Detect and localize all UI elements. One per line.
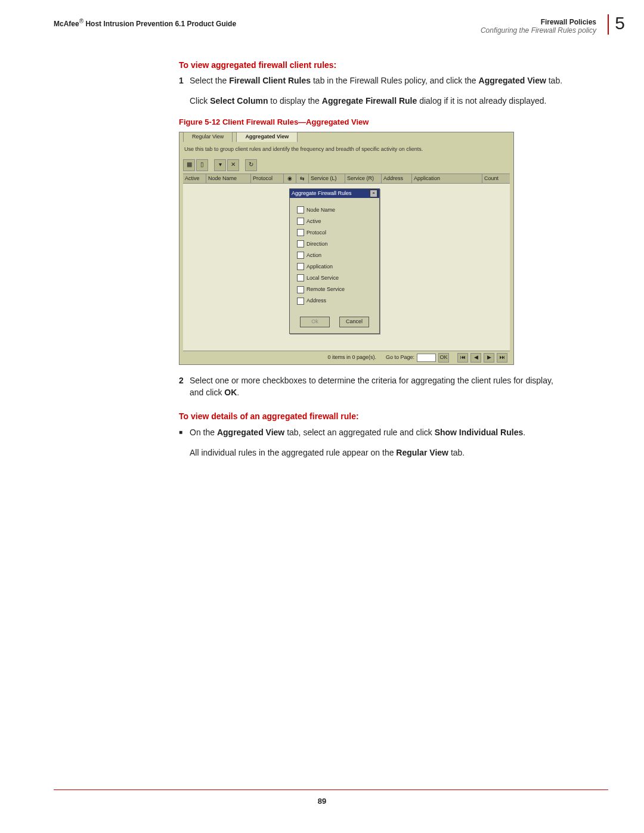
bullet-icon: ■: [179, 426, 190, 459]
checkbox-icon[interactable]: [297, 298, 304, 305]
section-heading-view-aggregated: To view aggregated firewall client rules…: [179, 59, 566, 71]
step-1-para-1: Select the Firewall Client Rules tab in …: [190, 75, 566, 86]
nav-next-icon[interactable]: ▶: [484, 353, 494, 363]
dialog-options: Node Name Active Protocol Direction Acti…: [290, 198, 379, 313]
bullet-1: ■ On the Aggregated View tab, select an …: [179, 426, 566, 459]
cancel-button[interactable]: Cancel: [339, 317, 369, 327]
nav-first-icon[interactable]: ⏮: [457, 353, 468, 363]
column-application[interactable]: Application: [412, 174, 482, 183]
option-active[interactable]: Active: [297, 218, 374, 225]
column-protocol[interactable]: Protocol: [251, 174, 284, 183]
goto-page-input[interactable]: [417, 354, 436, 362]
step-1: 1 Select the Firewall Client Rules tab i…: [179, 75, 566, 107]
grid-body: Aggregate Firewall Rules × Node Name Act…: [183, 184, 510, 351]
column-service-l[interactable]: Service (L): [309, 174, 345, 183]
checkbox-icon[interactable]: [297, 252, 304, 259]
checkbox-icon[interactable]: [297, 206, 304, 213]
option-remote-service[interactable]: Remote Service: [297, 286, 374, 293]
content-column: To view aggregated firewall client rules…: [179, 59, 566, 459]
goto-page-label: Go to Page:: [386, 354, 414, 361]
header-left: McAfee® Host Intrusion Prevention 6.1 Pr…: [54, 18, 236, 28]
shot-footer: 0 items in 0 page(s). Go to Page: OK ⏮ ◀…: [183, 351, 510, 364]
product-name: Host Intrusion Prevention 6.1 Product Gu…: [85, 20, 236, 28]
nav-prev-icon[interactable]: ◀: [470, 353, 481, 363]
step-2-number: 2: [179, 374, 190, 399]
nav-last-icon[interactable]: ⏭: [497, 353, 507, 363]
goto-page-ok-button[interactable]: OK: [438, 353, 449, 363]
step-1-para-2: Click Select Column to display the Aggre…: [190, 95, 566, 107]
step-1-number: 1: [179, 75, 190, 107]
reg-mark: ®: [79, 18, 83, 24]
checkbox-icon[interactable]: [297, 240, 304, 247]
step-2: 2 Select one or more checkboxes to deter…: [179, 374, 566, 399]
header-right: Firewall Policies Configuring the Firewa…: [481, 18, 608, 35]
tab-aggregated-view[interactable]: Aggregated View: [236, 132, 298, 142]
option-direction[interactable]: Direction: [297, 240, 374, 248]
footer-rule: [54, 789, 608, 790]
step-1-body: Select the Firewall Client Rules tab in …: [190, 75, 566, 107]
toolbar-columns-icon[interactable]: ▦: [183, 159, 195, 171]
toolbar-doc-icon[interactable]: ▯: [196, 159, 208, 171]
toolbar-filter-icon[interactable]: ▾: [214, 159, 226, 171]
column-direction-icon[interactable]: ◉: [284, 174, 296, 183]
column-address[interactable]: Address: [382, 174, 412, 183]
screenshot-aggregated-view: Regular View Aggregated View Use this ta…: [179, 132, 514, 365]
column-action-icon[interactable]: ⇆: [296, 174, 309, 183]
ok-button[interactable]: Ok: [300, 317, 330, 327]
close-icon[interactable]: ×: [370, 190, 377, 197]
shot-inner: Use this tab to group client rules and i…: [179, 142, 513, 364]
dialog-title: Aggregate Firewall Rules: [292, 190, 352, 197]
tab-bar: Regular View Aggregated View: [179, 132, 513, 142]
page-number: 89: [0, 797, 644, 806]
dialog-aggregate-firewall-rules: Aggregate Firewall Rules × Node Name Act…: [289, 188, 380, 334]
checkbox-icon[interactable]: [297, 274, 304, 281]
bullet-1-body: On the Aggregated View tab, select an ag…: [190, 426, 566, 459]
page-header: McAfee® Host Intrusion Prevention 6.1 Pr…: [54, 18, 608, 38]
subsection-title: Configuring the Firewall Rules policy: [481, 26, 596, 35]
toolbar-refresh-icon[interactable]: ↻: [245, 159, 257, 171]
column-node-name[interactable]: Node Name: [206, 174, 251, 183]
option-node-name[interactable]: Node Name: [297, 206, 374, 214]
tab-regular-view[interactable]: Regular View: [183, 132, 233, 142]
dialog-title-bar: Aggregate Firewall Rules ×: [290, 189, 379, 198]
checkbox-icon[interactable]: [297, 263, 304, 270]
step-2-body: Select one or more checkboxes to determi…: [190, 374, 566, 399]
figure-caption: Figure 5-12 Client Firewall Rules—Aggreg…: [179, 117, 566, 128]
status-text: 0 items in 0 page(s).: [327, 354, 376, 361]
chapter-number: 5: [608, 14, 625, 35]
checkbox-icon[interactable]: [297, 229, 304, 236]
option-local-service[interactable]: Local Service: [297, 274, 374, 282]
column-service-r[interactable]: Service (R): [345, 174, 382, 183]
checkbox-icon[interactable]: [297, 218, 304, 225]
grid-header: Active Node Name Protocol ◉ ⇆ Service (L…: [183, 174, 510, 184]
toolbar-clear-filter-icon[interactable]: ✕: [227, 159, 239, 171]
document-page: McAfee® Host Intrusion Prevention 6.1 Pr…: [0, 0, 644, 833]
column-count[interactable]: Count: [482, 174, 510, 183]
checkbox-icon[interactable]: [297, 286, 304, 293]
shot-toolbar: ▦ ▯ ▾ ✕ ↻: [183, 158, 510, 174]
option-address[interactable]: Address: [297, 297, 374, 305]
option-action[interactable]: Action: [297, 252, 374, 259]
brand-name: McAfee: [54, 20, 79, 28]
dialog-buttons: Ok Cancel: [290, 313, 379, 333]
section-heading-view-details: To view details of an aggregated firewal…: [179, 410, 566, 422]
shot-hint: Use this tab to group client rules and i…: [183, 144, 510, 158]
column-active[interactable]: Active: [183, 174, 206, 183]
section-title: Firewall Policies: [541, 18, 596, 26]
option-application[interactable]: Application: [297, 263, 374, 271]
option-protocol[interactable]: Protocol: [297, 229, 374, 237]
